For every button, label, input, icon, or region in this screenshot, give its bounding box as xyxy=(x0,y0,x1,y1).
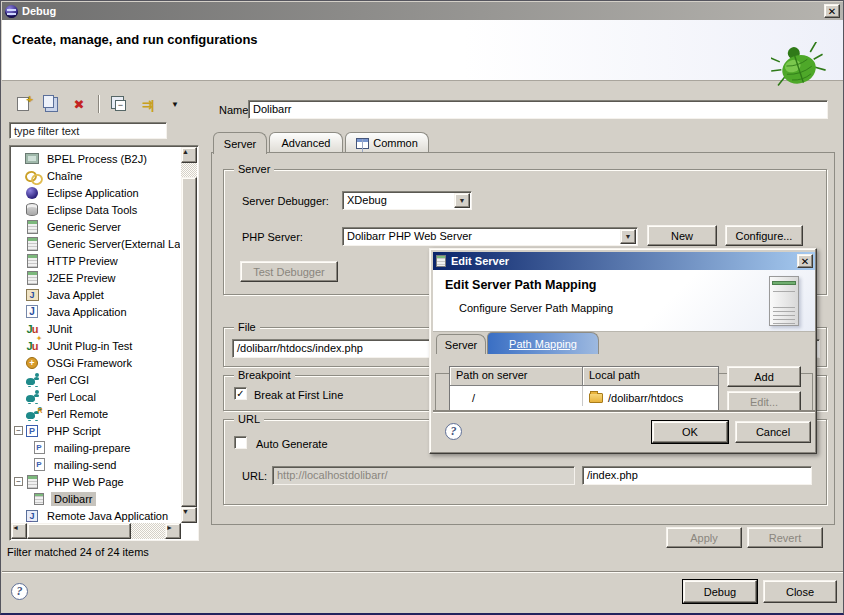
column-header-local-path[interactable]: Local path xyxy=(583,367,719,386)
test-debugger-button[interactable]: Test Debugger xyxy=(240,261,338,282)
server-icon xyxy=(27,237,38,251)
local-path-cell[interactable]: /dolibarr/htdocs xyxy=(583,386,719,406)
chevron-down-icon[interactable]: ▼ xyxy=(454,193,470,208)
tree-item-label: Generic Server(External La xyxy=(44,237,180,251)
window-titlebar[interactable]: Debug ✕ xyxy=(2,2,843,20)
configurations-toolbar: +✖−⇉|▼ xyxy=(11,92,187,116)
collapse-expander-icon[interactable]: − xyxy=(14,426,23,435)
php-server-select[interactable]: Dolibarr PHP Web Server▼ xyxy=(342,227,638,246)
edit-server-dialog: Edit Server ✕ Edit Server Path Mapping C… xyxy=(429,248,817,454)
name-input[interactable]: Dolibarr xyxy=(248,100,828,119)
scroll-up-button[interactable]: ▲ xyxy=(181,147,197,163)
edit-server-titlebar[interactable]: Edit Server ✕ xyxy=(433,252,815,270)
break-first-line-checkbox[interactable]: ✓ xyxy=(234,387,247,400)
configurations-tree: BPEL Process (B2J)ChaîneEclipse Applicat… xyxy=(9,145,199,541)
scroll-down-button[interactable]: ▼ xyxy=(181,507,197,523)
osgi-globe-icon: + xyxy=(26,357,38,369)
debug-button[interactable]: Debug xyxy=(683,580,757,603)
tab-advanced[interactable]: Advanced xyxy=(269,132,343,153)
remote-java-icon: J xyxy=(26,510,38,522)
server-icon xyxy=(436,255,446,267)
filter-arrows-icon: ⇉| xyxy=(142,97,153,112)
server-group-title: Server xyxy=(234,163,274,175)
tree-item-label: Remote Java Application xyxy=(44,509,171,523)
tree-item-label: Perl Local xyxy=(44,390,99,404)
tree-item-label: Perl Remote xyxy=(44,407,111,421)
edit-mapping-button[interactable]: Edit... xyxy=(727,391,801,412)
tree-item-generic-server-external-la[interactable]: Generic Server(External La xyxy=(12,235,180,252)
cancel-button[interactable]: Cancel xyxy=(735,421,811,443)
tree-item-j2ee-preview[interactable]: J2EE Preview xyxy=(12,269,180,286)
tree-item-perl-local[interactable]: Perl Local xyxy=(12,388,180,405)
chain-links-icon xyxy=(25,171,39,181)
dialog-tab-server[interactable]: Server xyxy=(436,334,486,354)
delete-configuration-button[interactable]: ✖ xyxy=(67,93,91,115)
close-button[interactable]: Close xyxy=(763,580,837,603)
add-mapping-button[interactable]: Add xyxy=(727,366,801,387)
chevron-down-icon[interactable]: ▼ xyxy=(620,229,636,244)
path-mapping-table[interactable]: Path on server Local path //dolibarr/htd… xyxy=(449,366,719,412)
scroll-thumb[interactable] xyxy=(181,177,197,507)
auto-generate-checkbox[interactable] xyxy=(234,436,247,449)
dialog-banner: Create, manage, and run configurations xyxy=(2,20,843,81)
edit-server-close-button[interactable]: ✕ xyxy=(797,254,813,268)
server-debugger-select[interactable]: XDebug▼ xyxy=(342,191,472,210)
scroll-track-h[interactable] xyxy=(131,523,165,539)
tab-server[interactable]: Server xyxy=(213,132,267,154)
tree-horizontal-scrollbar[interactable]: ◄ ► xyxy=(11,523,181,539)
dialog-help-button[interactable]: ? xyxy=(445,423,462,440)
edit-server-title: Edit Server xyxy=(451,255,509,267)
tree-item-http-preview[interactable]: HTTP Preview xyxy=(12,252,180,269)
help-button[interactable]: ? xyxy=(11,583,28,600)
tree-item-label: BPEL Process (B2J) xyxy=(44,152,150,166)
apply-button[interactable]: Apply xyxy=(666,527,742,548)
tree-item-osgi-framework[interactable]: +OSGi Framework xyxy=(12,354,180,371)
tab-common[interactable]: Common xyxy=(345,132,429,153)
revert-button[interactable]: Revert xyxy=(747,527,823,548)
filter-input[interactable]: type filter text xyxy=(9,122,167,139)
window-close-button[interactable]: ✕ xyxy=(824,4,840,18)
tree-item-cha-ne[interactable]: Chaîne xyxy=(12,167,180,184)
collapse-all-button[interactable]: − xyxy=(107,93,131,115)
ok-button[interactable]: OK xyxy=(652,421,728,443)
tree-item-java-applet[interactable]: JJava Applet xyxy=(12,286,180,303)
tree-item-mailing-send[interactable]: Pmailing-send xyxy=(12,456,180,473)
new-configuration-button[interactable]: + xyxy=(11,93,35,115)
duplicate-configuration-button[interactable] xyxy=(39,93,63,115)
tree-item-remote-java-application[interactable]: JRemote Java Application xyxy=(12,507,180,522)
server-icon xyxy=(34,493,44,505)
column-header-path-on-server[interactable]: Path on server xyxy=(450,367,583,386)
tree-item-eclipse-data-tools[interactable]: Eclipse Data Tools xyxy=(12,201,180,218)
tree-item-junit-plug-in-test[interactable]: JuJUnit Plug-in Test xyxy=(12,337,180,354)
tree-item-generic-server[interactable]: Generic Server xyxy=(12,218,180,235)
tree-item-bpel-process-b2j[interactable]: BPEL Process (B2J) xyxy=(12,150,180,167)
scroll-track[interactable] xyxy=(181,163,197,177)
filter-menu-button[interactable]: ▼ xyxy=(163,93,187,115)
base-url-input[interactable]: http://localhostdolibarr/ xyxy=(272,466,575,485)
tree-vertical-scrollbar[interactable]: ▲ ▼ xyxy=(181,147,197,523)
edit-server-header-title: Edit Server Path Mapping xyxy=(445,278,596,292)
eclipse-sphere-icon xyxy=(26,187,38,199)
collapse-expander-icon[interactable]: − xyxy=(14,477,23,486)
scroll-thumb-h[interactable] xyxy=(27,523,131,539)
tree-item-eclipse-application[interactable]: Eclipse Application xyxy=(12,184,180,201)
configure-server-button[interactable]: Configure... xyxy=(725,225,803,246)
scroll-left-button[interactable]: ◄ xyxy=(11,523,27,539)
footer-separator xyxy=(2,571,843,573)
tree-item-java-application[interactable]: JJava Application xyxy=(12,303,180,320)
breakpoint-group-title: Breakpoint xyxy=(234,369,295,381)
tree-item-php-web-page[interactable]: −PHP Web Page xyxy=(12,473,180,490)
tree-item-mailing-prepare[interactable]: Pmailing-prepare xyxy=(12,439,180,456)
tree-item-perl-cgi[interactable]: Perl CGI xyxy=(12,371,180,388)
new-server-button[interactable]: New xyxy=(647,225,717,246)
scroll-right-button[interactable]: ► xyxy=(165,523,181,539)
tree-item-label: Dolibarr xyxy=(51,492,96,506)
filter-button[interactable]: ⇉| xyxy=(135,93,159,115)
path-on-server-cell[interactable]: / xyxy=(450,386,583,406)
dialog-tab-path-mapping[interactable]: Path Mapping xyxy=(487,332,599,354)
tree-item-php-script[interactable]: −PPHP Script xyxy=(12,422,180,439)
tree-item-perl-remote[interactable]: Perl Remote xyxy=(12,405,180,422)
url-path-input[interactable]: /index.php xyxy=(582,466,812,485)
name-label: Name: xyxy=(219,104,251,116)
tree-item-dolibarr[interactable]: Dolibarr xyxy=(12,490,180,507)
